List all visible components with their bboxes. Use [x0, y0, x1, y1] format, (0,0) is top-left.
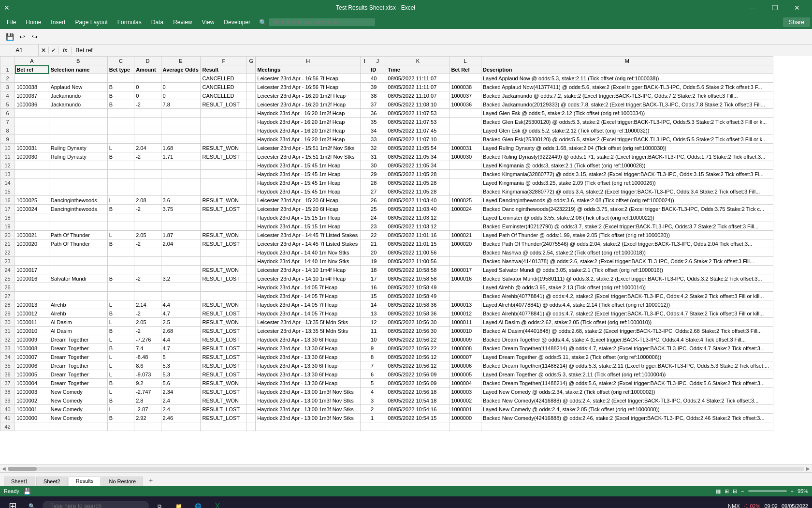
menu-pagelayout[interactable]: Page Layout [70, 17, 112, 28]
cell-J37[interactable]: 5 [369, 379, 386, 388]
cell-C32[interactable]: L [107, 335, 134, 344]
cell-E8[interactable] [161, 126, 201, 135]
cell-K34[interactable]: 08/05/2022 10:56:12 [386, 353, 450, 361]
cell-K32[interactable]: 08/05/2022 10:56:22 [386, 335, 450, 344]
menu-formulas[interactable]: Formulas [113, 17, 146, 28]
cell-K1[interactable]: Time [386, 65, 450, 74]
cell-B7[interactable] [49, 118, 107, 126]
cell-H5[interactable]: Leicester 23rd Apr - 16:20 1m2f Hcap [256, 100, 361, 109]
cell-C5[interactable]: B [107, 100, 134, 109]
cell-D30[interactable]: 2.05 [134, 318, 161, 327]
cell-D24[interactable] [134, 266, 161, 274]
table-row[interactable]: 51000036JackamundoB-27.8RESULT_LOSTLeice… [0, 100, 773, 109]
cell-H39[interactable]: Haydock 23rd Apr - 13:00 1m3f Nov Stks [256, 396, 361, 405]
sheet-tab-norestore[interactable]: No Restore [102, 477, 143, 486]
cell-L42[interactable] [450, 422, 481, 431]
cell-G21[interactable] [247, 239, 256, 248]
cell-L19[interactable] [450, 222, 481, 231]
cell-D33[interactable]: 7.4 [134, 344, 161, 353]
cell-B37[interactable]: Dream Together [49, 379, 107, 388]
cell-J7[interactable]: 35 [369, 118, 386, 126]
cell-B4[interactable]: Jackamundo [49, 91, 107, 100]
cell-L24[interactable]: 1000017 [450, 266, 481, 274]
cell-M14[interactable]: Layed Kingmania @ odds:3.25, stake:2.09 … [481, 179, 773, 187]
scroll-right-btn[interactable]: ▶ [806, 466, 810, 471]
cell-L7[interactable] [450, 118, 481, 126]
cell-J29[interactable]: 13 [369, 309, 386, 318]
page-layout-btn[interactable]: ⊞ [725, 488, 729, 494]
cell-F17[interactable]: RESULT_LOST [201, 205, 247, 213]
cell-E5[interactable]: 7.8 [161, 100, 201, 109]
cell-M6[interactable]: Layed Glen Esk @ odds:5, stake:2.12 (Tic… [481, 109, 773, 118]
menu-review[interactable]: Review [168, 17, 197, 28]
cell-F41[interactable]: RESULT_LOST [201, 414, 247, 422]
cell-D22[interactable] [134, 248, 161, 257]
cell-H14[interactable]: Haydock 23rd Apr - 15:45 1m Hcap [256, 179, 361, 187]
cell-A24[interactable]: 1000017 [15, 266, 49, 274]
cell-D35[interactable]: 8.6 [134, 361, 161, 370]
cell-H12[interactable]: Haydock 23rd Apr - 15:45 1m Hcap [256, 161, 361, 170]
cell-I27[interactable] [360, 292, 369, 300]
table-row[interactable]: 22Haydock 23rd Apr - 14:40 1m Nov Stks20… [0, 248, 773, 257]
cell-F6[interactable] [201, 109, 247, 118]
cell-A27[interactable] [15, 292, 49, 300]
cell-H41[interactable]: Haydock 23rd Apr - 13:00 1m3f Nov Stks [256, 414, 361, 422]
cell-G2[interactable] [247, 74, 256, 83]
cell-G41[interactable] [247, 414, 256, 422]
cell-A31[interactable]: 1000010 [15, 327, 49, 335]
cell-C18[interactable] [107, 213, 134, 222]
cell-F9[interactable] [201, 135, 247, 144]
search-taskbar-icon[interactable]: 🔍 [23, 497, 41, 508]
table-row[interactable]: 411000000New ComedyB2.922.46RESULT_LOSTH… [0, 414, 773, 422]
cell-M9[interactable]: Backed Glen Esk(25300120) @ odds:5.5, st… [481, 135, 773, 144]
cell-M35[interactable]: Backed Dream Together(11488214) @ odds:5… [481, 361, 773, 370]
cell-I4[interactable] [360, 91, 369, 100]
cell-B13[interactable] [49, 170, 107, 179]
cell-K10[interactable]: 08/05/2022 11:05:54 [386, 144, 450, 152]
cell-C41[interactable]: B [107, 414, 134, 422]
cell-H22[interactable]: Haydock 23rd Apr - 14:40 1m Nov Stks [256, 248, 361, 257]
cell-C15[interactable] [107, 187, 134, 196]
table-row[interactable]: 161000025DancinginthewoodsL2.083.6RESULT… [0, 196, 773, 205]
cell-L33[interactable]: 1000008 [450, 344, 481, 353]
cell-G7[interactable] [247, 118, 256, 126]
cell-D41[interactable]: 2.92 [134, 414, 161, 422]
cell-M25[interactable]: Backed Salvator Mundi(19580111) @ odds:3… [481, 274, 773, 283]
cell-L31[interactable]: 1000010 [450, 327, 481, 335]
cell-J12[interactable]: 30 [369, 161, 386, 170]
cell-A9[interactable] [15, 135, 49, 144]
cell-E26[interactable] [161, 283, 201, 292]
cell-L10[interactable]: 1000031 [450, 144, 481, 152]
col-header-C[interactable]: C [107, 57, 134, 65]
col-header-L[interactable]: L [450, 57, 481, 65]
redo-icon[interactable]: ↪ [29, 31, 41, 43]
cell-B17[interactable]: Dancinginthewoods [49, 205, 107, 213]
table-row[interactable]: 26Haydock 23rd Apr - 14:05 7f Hcap1608/0… [0, 283, 773, 292]
cell-H2[interactable]: Leicester 23rd Apr - 16:56 7f Hcap [256, 74, 361, 83]
cell-C11[interactable]: B [107, 152, 134, 161]
cell-F36[interactable]: RESULT_LOST [201, 370, 247, 379]
cell-K42[interactable] [386, 422, 450, 431]
cell-L38[interactable]: 1000003 [450, 388, 481, 396]
cell-F23[interactable] [201, 257, 247, 266]
menu-insert[interactable]: Insert [46, 17, 70, 28]
cell-B34[interactable]: Dream Together [49, 353, 107, 361]
cell-E29[interactable]: 4.7 [161, 309, 201, 318]
col-header-J[interactable]: J [369, 57, 386, 65]
cell-K25[interactable]: 08/05/2022 10:58:58 [386, 274, 450, 283]
cell-F35[interactable]: RESULT_LOST [201, 361, 247, 370]
table-row[interactable]: 7Haydock 23rd Apr - 16:20 1m2f Hcap3508/… [0, 118, 773, 126]
cell-J5[interactable]: 37 [369, 100, 386, 109]
cell-F19[interactable] [201, 222, 247, 231]
cell-L13[interactable] [450, 170, 481, 179]
cell-H11[interactable]: Leicester 23rd Apr - 15:51 1m2f Nov Stks [256, 152, 361, 161]
cell-G19[interactable] [247, 222, 256, 231]
cell-F21[interactable]: RESULT_LOST [201, 239, 247, 248]
cell-G13[interactable] [247, 170, 256, 179]
cell-F40[interactable]: RESULT_LOST [201, 405, 247, 414]
cell-J34[interactable]: 8 [369, 353, 386, 361]
cell-D7[interactable] [134, 118, 161, 126]
zoom-out-btn[interactable]: − [741, 488, 744, 494]
cell-K27[interactable]: 08/05/2022 10:58:49 [386, 292, 450, 300]
cell-I9[interactable] [360, 135, 369, 144]
